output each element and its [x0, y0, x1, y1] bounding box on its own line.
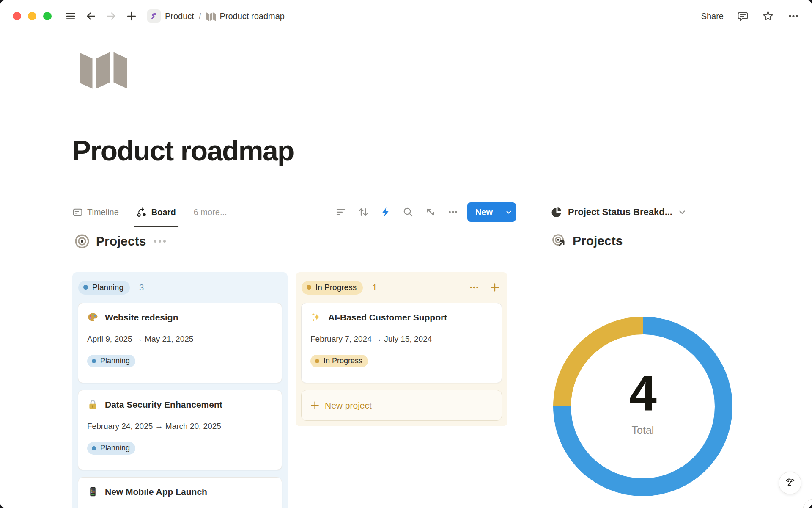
share-button[interactable]: Share [701, 11, 724, 21]
chart-view-selector[interactable]: Project Status Breakd... [551, 197, 753, 227]
chart-section-header: Projects [552, 234, 623, 248]
target-icon [74, 234, 90, 249]
ai-face-icon [784, 477, 796, 489]
ellipsis-icon [447, 207, 458, 218]
section-options-button[interactable] [154, 240, 166, 243]
comment-icon [737, 11, 749, 22]
status-dot [83, 285, 88, 290]
timeline-view-icon [72, 207, 83, 218]
hamburger-icon [65, 11, 76, 22]
project-card-data-security[interactable]: Data Security Enhancement February 24, 2… [78, 390, 282, 470]
favorite-button[interactable] [762, 10, 774, 22]
linked-target-icon [552, 234, 566, 248]
page-map-icon[interactable] [77, 47, 131, 90]
board-section-header: Projects [74, 234, 166, 249]
star-icon [762, 10, 774, 22]
status-badge-in-progress[interactable]: In Progress [302, 281, 363, 295]
chevron-down-icon [678, 208, 686, 216]
column-options-button[interactable] [469, 282, 480, 293]
project-card-ai-support[interactable]: AI-Based Customer Support February 7, 20… [301, 303, 502, 383]
help-button[interactable] [803, 499, 812, 508]
pie-chart-icon [551, 207, 562, 218]
more-views-button[interactable]: 6 more... [194, 207, 227, 217]
board-column-in-progress: In Progress 1 AI-Based Customer Support [296, 272, 508, 426]
breadcrumb-workspace[interactable]: Product [165, 11, 194, 21]
new-button-group: New [467, 202, 516, 222]
back-button[interactable] [84, 9, 98, 23]
titlebar-actions: Share [701, 10, 799, 22]
page-title[interactable]: Product roadmap [72, 135, 294, 167]
new-project-button[interactable]: New project [301, 390, 502, 421]
card-title: Data Security Enhancement [105, 400, 222, 410]
column-cards: AI-Based Customer Support February 7, 20… [296, 296, 508, 383]
column-count: 1 [372, 283, 377, 293]
kanban-board: Planning 3 Website redesign April 9, 202… [72, 272, 508, 508]
lightning-icon [380, 207, 391, 218]
new-dropdown-button[interactable] [501, 202, 516, 222]
card-status-badge: In Progress [310, 355, 368, 367]
sidebar-menu-button[interactable] [63, 9, 78, 23]
new-button[interactable]: New [467, 202, 501, 222]
expand-diagonal-icon [425, 207, 436, 218]
traffic-lights [13, 12, 52, 20]
tab-board-label: Board [151, 207, 176, 217]
status-label: Planning [92, 283, 123, 292]
new-project-label: New project [325, 400, 372, 411]
view-tab-bar: Timeline Board 6 more... [72, 197, 516, 227]
card-status-badge: Planning [87, 355, 135, 367]
column-header: In Progress 1 [296, 272, 508, 296]
sparkles-icon [310, 312, 322, 323]
tab-board[interactable]: Board [137, 197, 176, 227]
column-count: 3 [139, 283, 144, 293]
more-options-button[interactable] [787, 10, 799, 22]
breadcrumb: Product / Product roadmap [165, 11, 285, 21]
forward-button[interactable] [104, 9, 118, 23]
chevron-down-icon [505, 209, 512, 215]
ellipsis-icon [787, 10, 799, 22]
filter-button[interactable] [335, 206, 347, 218]
window-titlebar: Product / Product roadmap Share [0, 0, 812, 32]
project-card-mobile-app[interactable]: New Mobile App Launch May 1, 2025 → May … [78, 477, 282, 508]
view-options-button[interactable] [447, 206, 459, 218]
lock-icon [87, 399, 99, 410]
search-button[interactable] [402, 206, 414, 218]
plus-icon [126, 11, 137, 22]
card-title: Website redesign [105, 312, 178, 323]
new-tab-button[interactable] [124, 9, 139, 23]
forward-arrow-icon [106, 11, 117, 22]
workspace-icon[interactable] [147, 9, 161, 23]
mobile-phone-icon [87, 486, 99, 497]
ellipsis-icon [469, 282, 480, 293]
automations-button[interactable] [380, 206, 392, 218]
sort-button[interactable] [357, 206, 369, 218]
chart-selector-label: Project Status Breakd... [568, 207, 672, 218]
donut-center: 4 Total [553, 312, 732, 492]
board-section-title: Projects [96, 234, 146, 248]
back-arrow-icon [85, 11, 96, 22]
breadcrumb-page[interactable]: Product roadmap [220, 11, 285, 21]
card-status-badge: Planning [87, 442, 135, 455]
status-badge-planning[interactable]: Planning [78, 281, 130, 295]
palette-icon [87, 312, 99, 323]
minimize-window-button[interactable] [28, 12, 36, 20]
breadcrumb-separator: / [198, 11, 202, 21]
card-dates: February 24, 2025 → March 20, 2025 [87, 422, 273, 431]
card-dates: February 7, 2024 → July 15, 2024 [310, 334, 493, 344]
search-icon [403, 207, 414, 218]
column-cards: Website redesign April 9, 2025 → May 21,… [72, 296, 288, 508]
plus-icon [310, 400, 320, 410]
column-add-card-button[interactable] [490, 282, 500, 293]
close-window-button[interactable] [13, 12, 21, 20]
tab-timeline[interactable]: Timeline [72, 197, 119, 227]
project-card-website-redesign[interactable]: Website redesign April 9, 2025 → May 21,… [78, 303, 282, 383]
notion-ai-button[interactable] [779, 472, 801, 494]
sort-icon [358, 207, 369, 218]
expand-button[interactable] [425, 206, 436, 218]
zoom-window-button[interactable] [43, 12, 52, 20]
card-title: New Mobile App Launch [105, 487, 207, 497]
status-dot [307, 285, 311, 290]
map-icon [206, 11, 216, 21]
chart-section-title[interactable]: Projects [573, 234, 623, 248]
comments-button[interactable] [737, 11, 749, 22]
view-toolbar [335, 206, 459, 218]
